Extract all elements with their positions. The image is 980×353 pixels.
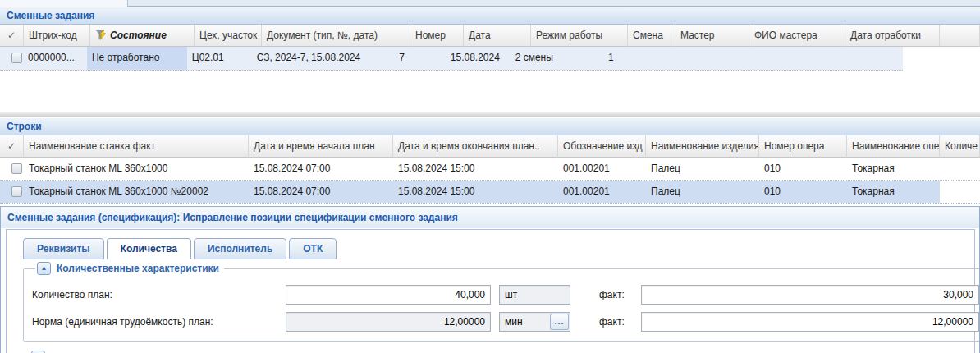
collapse-group-button[interactable]: ▲ — [37, 262, 51, 275]
cell-shift: 1 — [603, 47, 649, 70]
column-header-state-label: Состояние — [110, 30, 167, 41]
tab-otk[interactable]: ОТК — [289, 238, 337, 259]
cell-date: 15.08.2024 — [446, 47, 511, 70]
norm-row: Норма (единичная трудоёмкость) план: мин… — [32, 311, 979, 332]
cell-operation-number: 010 — [759, 181, 847, 203]
quantity-unit-field: шт — [499, 285, 570, 305]
cell-machine-fact: Токарный станок ML 360x1000 — [24, 158, 249, 180]
quantity-row: Количество план: шт факт: — [32, 284, 979, 305]
group-title: Количественные характеристики — [57, 263, 219, 274]
cell-shop: Ц02.01 — [187, 47, 252, 70]
cell-start-plan: 15.08.2024 07:00 — [249, 181, 393, 203]
cell-work-mode: 2 смены — [511, 47, 603, 70]
column-header-item-code[interactable]: Обозначение изд — [558, 135, 646, 158]
tab-bar: Реквизиты Количества Исполнитель ОТК — [23, 238, 974, 259]
quantitative-characteristics-group: ▲ Количественные характеристики Количест… — [23, 262, 980, 342]
quantity-plan-input[interactable] — [286, 285, 491, 305]
spec-edit-panel: Сменные задания (спецификация): Исправле… — [0, 206, 980, 353]
shift-tasks-panel-title: Сменные задания — [0, 7, 980, 25]
column-header-shift[interactable]: Смена — [628, 25, 675, 47]
cell-operation-name: Токарная — [847, 181, 940, 203]
rows-panel: Строки ✓ Наименование станка факт Дата и… — [0, 117, 980, 204]
column-header-item-name[interactable]: Наименование изделия — [646, 135, 759, 158]
group-legend: ▲ Количественные характеристики — [35, 262, 224, 275]
cell-operation-number: 010 — [759, 158, 847, 180]
cell-workoff-date — [813, 47, 903, 70]
spec-panel-body: Реквизиты Количества Исполнитель ОТК ▲ К… — [6, 229, 975, 353]
column-header-state[interactable]: Состояние — [90, 25, 195, 47]
row-checkbox[interactable] — [11, 163, 22, 174]
rows-panel-title: Строки — [0, 117, 980, 135]
cell-machine-fact: Токарный станок ML 360x1000 №20002 — [24, 181, 249, 203]
cell-end-plan: 15.08.2024 15:00 — [393, 158, 558, 180]
cell-item-code: 001.00201 — [558, 158, 646, 180]
shift-task-row-highlight: 0000000... Не отработано Ц02.01 СЗ, 2024… — [0, 47, 903, 71]
table-row-selected[interactable]: Токарный станок ML 360x1000 №20002 15.08… — [0, 181, 980, 204]
rows-header-row: ✓ Наименование станка факт Дата и время … — [0, 135, 980, 158]
cell-master-name — [720, 47, 812, 70]
select-all-column-header[interactable]: ✓ — [0, 25, 24, 47]
cell-item-code: 001.00201 — [558, 181, 646, 203]
column-header-workoff-date[interactable]: Дата отработки — [845, 25, 940, 47]
column-header-empty — [940, 25, 980, 47]
parent-tab-strip — [0, 0, 980, 7]
column-header-date[interactable]: Дата — [464, 25, 531, 47]
cell-number: 7 — [394, 47, 446, 70]
column-header-machine-fact[interactable]: Наименование станка факт — [24, 135, 249, 158]
parent-tab[interactable] — [0, 0, 128, 7]
norm-unit-value: мин — [500, 316, 550, 328]
shift-tasks-panel: Сменные задания ✓ Штрих-код Состояние Це… — [0, 7, 980, 71]
row-checkbox-cell — [0, 158, 24, 180]
row-checkbox-cell — [0, 181, 24, 203]
column-header-barcode[interactable]: Штрих-код — [24, 25, 90, 47]
quantity-fact-label: факт: — [599, 289, 630, 300]
column-header-start-plan[interactable]: Дата и время начала план — [249, 135, 393, 158]
cell-state: Не отработано — [87, 47, 187, 70]
norm-plan-input — [286, 312, 491, 332]
table-row[interactable]: Токарный станок ML 360x1000 15.08.2024 0… — [0, 158, 980, 181]
cell-item-name: Палец — [646, 181, 759, 203]
column-header-master[interactable]: Мастер — [675, 25, 749, 47]
quantity-unit-value: шт — [500, 289, 570, 300]
shift-tasks-header-row: ✓ Штрих-код Состояние Цех, участок Докум… — [0, 25, 980, 47]
select-all-column-header[interactable]: ✓ — [0, 135, 24, 158]
cell-master — [649, 47, 720, 70]
horizontal-splitter[interactable] — [0, 112, 980, 117]
column-header-operation-number[interactable]: Номер опера — [759, 135, 847, 158]
norm-plan-label: Норма (единичная трудоёмкость) план: — [32, 316, 286, 328]
quantity-plan-label: Количество план: — [32, 289, 286, 300]
cell-end-plan: 15.08.2024 15:00 — [393, 181, 558, 203]
row-checkbox-cell — [0, 47, 23, 70]
tab-rekvizity[interactable]: Реквизиты — [23, 238, 104, 259]
cell-operation-name: Токарная — [847, 158, 940, 180]
empty-area — [0, 71, 980, 112]
column-header-work-mode[interactable]: Режим работы — [531, 25, 628, 47]
tab-ispolnitel[interactable]: Исполнитель — [194, 238, 286, 259]
selected-row-highlight: Токарный станок ML 360x1000 №20002 15.08… — [0, 181, 940, 203]
row-checkbox[interactable] — [11, 186, 22, 197]
row-checkbox[interactable] — [11, 53, 22, 63]
cell-quantity — [940, 158, 980, 180]
column-header-quantity[interactable]: Количе — [940, 135, 980, 158]
norm-fact-input[interactable] — [641, 312, 979, 332]
column-header-end-plan[interactable]: Дата и время окончания план.. — [393, 135, 558, 158]
column-header-shop[interactable]: Цех, участок — [195, 25, 262, 47]
quantity-fact-input[interactable] — [641, 285, 979, 305]
cell-start-plan: 15.08.2024 07:00 — [249, 158, 393, 180]
table-row[interactable]: 0000000... Не отработано Ц02.01 СЗ, 2024… — [0, 47, 980, 71]
column-header-operation-name[interactable]: Наименование опе — [847, 135, 940, 158]
tab-kolichestva[interactable]: Количества — [107, 238, 191, 259]
cell-barcode: 0000000... — [23, 47, 87, 70]
cell-item-name: Палец — [646, 158, 759, 180]
norm-unit-field: мин ... — [499, 312, 570, 332]
column-header-number[interactable]: Номер — [410, 25, 464, 47]
spec-panel-title: Сменные задания (спецификация): Исправле… — [1, 207, 979, 228]
column-header-document[interactable]: Документ (тип, №, дата) — [262, 25, 410, 47]
unit-picker-button[interactable]: ... — [550, 314, 569, 330]
norm-fact-label: факт: — [599, 316, 630, 328]
filter-lightning-icon — [95, 30, 108, 40]
column-header-master-name[interactable]: ФИО мастера — [749, 25, 845, 47]
cell-document: СЗ, 2024-7, 15.08.2024 — [252, 47, 395, 70]
